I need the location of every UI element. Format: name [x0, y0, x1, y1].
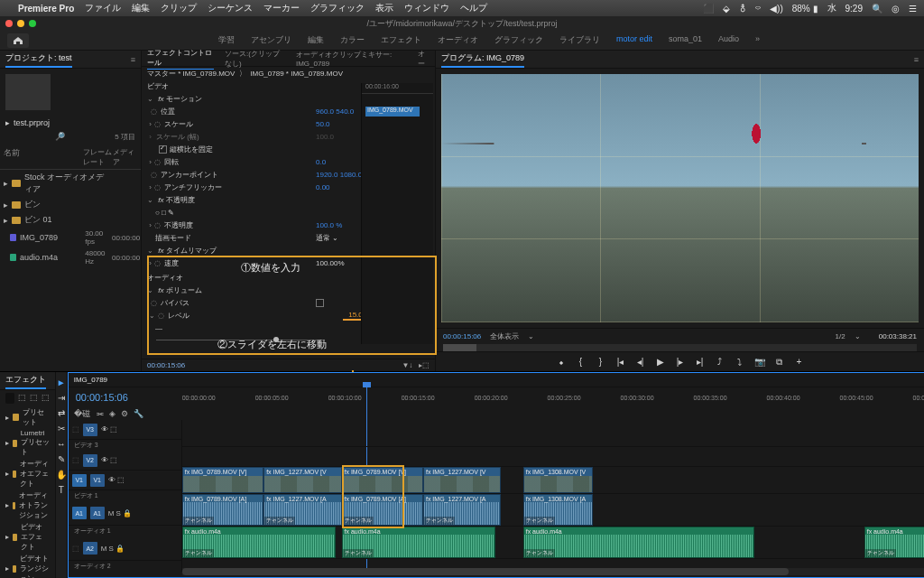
- play-button[interactable]: ▶: [654, 356, 667, 368]
- menu-sequence[interactable]: シーケンス: [208, 2, 253, 14]
- project-item[interactable]: ▸ビン: [0, 197, 141, 212]
- program-viewport[interactable]: [441, 74, 919, 322]
- project-item[interactable]: ▸Stock オーディオメディア: [0, 170, 141, 197]
- mark-in-button[interactable]: {: [575, 356, 587, 368]
- panel-menu-icon[interactable]: ≡: [131, 55, 135, 64]
- tab-source[interactable]: ソース:(クリップなし): [225, 49, 285, 69]
- prop-volume[interactable]: ボリューム: [166, 286, 202, 294]
- minimize-icon[interactable]: [17, 20, 24, 27]
- video-clip[interactable]: fx IMG_0789.MOV [V]: [342, 467, 423, 493]
- menubar-day[interactable]: 水: [827, 2, 836, 14]
- extract-button[interactable]: ⤵: [734, 356, 746, 368]
- checkbox-aspect[interactable]: [159, 145, 167, 154]
- prop-speed[interactable]: 速度: [164, 259, 179, 267]
- panel-menu-icon[interactable]: ≡: [914, 55, 919, 64]
- menubar-dropbox-icon[interactable]: ⬙: [723, 4, 730, 14]
- prop-position[interactable]: 位置: [161, 107, 175, 116]
- program-scrubber[interactable]: [443, 344, 917, 351]
- video-clip[interactable]: fx IMG_1227.MOV [V: [263, 467, 341, 493]
- pen-tool[interactable]: ✎: [58, 454, 65, 464]
- effects-search[interactable]: [5, 393, 14, 404]
- tab-effect-controls[interactable]: エフェクトコントロール: [147, 48, 214, 70]
- menubar-siri-icon[interactable]: ◎: [892, 4, 900, 14]
- pen-icon[interactable]: ✎: [168, 209, 174, 217]
- filter-icons[interactable]: ▼↓ ▸⬚: [402, 361, 430, 369]
- prop-antiflicker[interactable]: アンチフリッカー: [164, 183, 222, 191]
- menu-help[interactable]: ヘルプ: [460, 2, 487, 14]
- track-select-tool[interactable]: ⇥: [58, 393, 65, 403]
- program-tab[interactable]: プログラム: IMG_0789: [441, 51, 524, 68]
- snap-icon[interactable]: �磁: [74, 408, 90, 420]
- ws-custom-1[interactable]: motor edit: [616, 34, 652, 46]
- prop-level[interactable]: レベル: [168, 312, 189, 320]
- prop-timeremap[interactable]: タイムリマップ: [166, 247, 217, 255]
- project-item[interactable]: audio.m4a48000 Hz00:00:00: [0, 247, 141, 267]
- comparison-button[interactable]: ⧉: [773, 356, 786, 368]
- col-media[interactable]: メディア: [113, 147, 137, 167]
- project-item[interactable]: ▸ビン 01: [0, 212, 141, 228]
- menubar-evernote-icon[interactable]: ⬛: [703, 4, 714, 14]
- ws-effects[interactable]: エフェクト: [381, 34, 421, 46]
- type-tool[interactable]: T: [59, 485, 64, 495]
- settings-icon[interactable]: ⚙: [121, 409, 128, 418]
- zoom-icon[interactable]: [29, 20, 36, 27]
- track-v2[interactable]: V2: [83, 454, 97, 467]
- ws-audio[interactable]: オーディオ: [438, 34, 478, 46]
- audio-clip[interactable]: fx IMG_1308.MOV [Aチャンネル: [523, 494, 593, 526]
- fx-item[interactable]: ▸ ビデオエフェクト: [0, 521, 55, 553]
- effect-controls-tc[interactable]: 00:00:15:06: [147, 361, 185, 369]
- overflow-icon[interactable]: ▸: [5, 118, 10, 127]
- slip-tool[interactable]: ↔: [57, 439, 66, 449]
- prop-opacity[interactable]: 不透明度: [164, 221, 193, 229]
- music-clip[interactable]: fx audio.m4aチャンネル: [342, 527, 495, 558]
- program-tc-left[interactable]: 00:00:15:06: [443, 332, 481, 340]
- selection-tool[interactable]: ►: [57, 378, 66, 387]
- add-marker-button[interactable]: ⬥: [555, 356, 568, 368]
- video-clip[interactable]: fx IMG_0789.MOV [V]: [182, 467, 263, 493]
- value-blend[interactable]: 通常: [316, 234, 330, 242]
- fx-badge-icon[interactable]: ⬚: [42, 393, 50, 404]
- timeline-ruler[interactable]: 00:00:00:00 00:00:05:00 00:00:10:00 00:0…: [182, 395, 924, 401]
- lift-button[interactable]: ⤴: [714, 356, 726, 368]
- fx-badge-icon[interactable]: ⬚: [18, 393, 26, 404]
- audio-clip[interactable]: fx IMG_1227.MOV [Aチャンネル: [423, 494, 501, 526]
- search-icon[interactable]: 🔎: [55, 132, 65, 142]
- audio-clip[interactable]: fx IMG_0789.MOV [A]チャンネル: [342, 494, 423, 526]
- track-v3[interactable]: V3: [83, 424, 97, 436]
- ws-overflow-icon[interactable]: »: [755, 34, 760, 46]
- razor-tool[interactable]: ✂: [58, 424, 65, 434]
- button-editor[interactable]: +: [793, 356, 806, 368]
- menu-view[interactable]: 表示: [375, 2, 393, 14]
- marker-icon[interactable]: ◈: [109, 409, 116, 418]
- menu-edit[interactable]: 編集: [132, 2, 150, 14]
- timeline-zoom-scrollbar[interactable]: [182, 568, 924, 575]
- sequence-tab[interactable]: IMG_0789: [74, 376, 107, 384]
- fx-badge-icon[interactable]: ⬚: [30, 393, 38, 404]
- hand-tool[interactable]: ✋: [56, 470, 67, 480]
- source-v1[interactable]: V1: [72, 474, 87, 487]
- linked-selection-icon[interactable]: ⫘: [96, 409, 104, 418]
- col-framerate[interactable]: フレームレート: [83, 147, 113, 167]
- prop-motion[interactable]: モーション: [166, 95, 202, 103]
- fx-item[interactable]: ▸ Lumetri プリセット: [0, 428, 55, 458]
- prop-rotation[interactable]: 回転: [164, 158, 179, 166]
- tab-audio-mixer[interactable]: オーディオクリップミキサー: IMG_0789: [296, 50, 407, 68]
- prop-scale[interactable]: スケール: [164, 120, 193, 128]
- zoom-fit[interactable]: 全体表示: [490, 331, 519, 341]
- fx-clip[interactable]: IMG_0789.MOV: [365, 107, 420, 117]
- menubar-spotlight-icon[interactable]: 🔍: [872, 4, 882, 14]
- go-to-out-button[interactable]: ▸|: [694, 356, 707, 368]
- video-clip[interactable]: fx IMG_1227.MOV [V: [423, 467, 501, 493]
- ws-custom-3[interactable]: Audio: [718, 34, 739, 46]
- menubar-notifications-icon[interactable]: ☰: [909, 4, 917, 14]
- music-clip[interactable]: fx audio.m4aチャンネル: [864, 527, 924, 558]
- ws-assembly[interactable]: アセンブリ: [251, 34, 291, 46]
- menu-window[interactable]: ウィンドウ: [404, 2, 449, 14]
- project-item[interactable]: IMG_078930.00 fps00:00:00: [0, 228, 141, 247]
- track-a1[interactable]: A1: [90, 507, 105, 519]
- ws-editing[interactable]: 編集: [308, 34, 324, 46]
- video-clip[interactable]: fx IMG_1308.MOV [V: [523, 467, 593, 493]
- fx-item[interactable]: ▸ オーディオエフェクト: [0, 458, 55, 489]
- close-icon[interactable]: [5, 20, 13, 27]
- menu-graphic[interactable]: グラフィック: [310, 2, 365, 14]
